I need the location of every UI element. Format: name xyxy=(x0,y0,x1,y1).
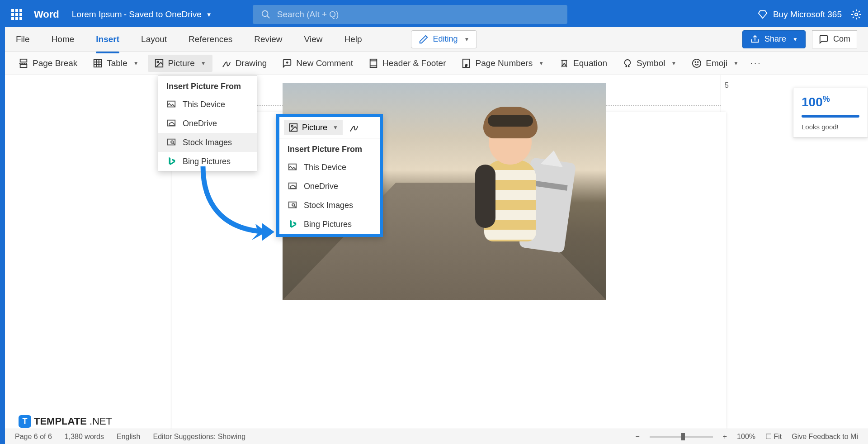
tab-file[interactable]: File xyxy=(16,32,30,47)
picture-icon xyxy=(154,58,164,68)
new-comment-button[interactable]: New Comment xyxy=(276,55,359,72)
dropdown-header: Insert Picture From xyxy=(158,76,257,95)
share-icon xyxy=(750,34,760,44)
status-editor-suggestions[interactable]: Editor Suggestions: Showing xyxy=(153,433,246,441)
tab-home[interactable]: Home xyxy=(52,32,75,47)
save-status: - Saved to OneDrive xyxy=(124,9,202,19)
chevron-down-icon: ▼ xyxy=(671,60,676,66)
document-title[interactable]: Lorem Ipsum - Saved to OneDrive ▼ xyxy=(72,9,212,19)
tab-row: File Home Insert Layout References Revie… xyxy=(5,27,868,52)
callout-picture-button[interactable]: Picture ▼ xyxy=(284,120,343,135)
equation-button[interactable]: Equation xyxy=(553,55,613,72)
gear-icon[interactable] xyxy=(851,9,862,20)
svg-point-22 xyxy=(698,61,698,62)
search-icon xyxy=(261,9,271,19)
svg-point-2 xyxy=(855,13,858,16)
picture-dropdown-callout: Picture ▼ Insert Picture From This Devic… xyxy=(276,114,383,237)
search-input[interactable]: Search (Alt + Q) xyxy=(253,5,567,24)
svg-point-12 xyxy=(157,61,159,63)
tab-view[interactable]: View xyxy=(304,32,323,47)
zoom-slider[interactable] xyxy=(650,436,713,438)
feedback-link[interactable]: Give Feedback to Mi xyxy=(792,433,858,441)
fit-button[interactable]: ☐ Fit xyxy=(765,432,782,441)
tab-help[interactable]: Help xyxy=(344,32,362,47)
svg-rect-3 xyxy=(20,59,27,61)
editing-mode-button[interactable]: Editing ▼ xyxy=(411,30,477,48)
app-name: Word xyxy=(34,9,59,20)
stock-images-icon xyxy=(166,137,176,147)
page-numbers-button[interactable]: # Page Numbers ▼ xyxy=(455,55,550,72)
editor-status-text: Looks good! xyxy=(802,123,859,131)
table-button[interactable]: Table ▼ xyxy=(86,55,145,72)
template-logo-icon: T xyxy=(19,415,31,428)
svg-rect-6 xyxy=(94,59,102,67)
chevron-down-icon: ▼ xyxy=(793,36,798,43)
editor-score-bar xyxy=(802,115,859,118)
comments-button[interactable]: Com xyxy=(812,30,857,48)
svg-point-21 xyxy=(695,61,696,62)
symbol-icon xyxy=(623,58,632,68)
svg-point-26 xyxy=(171,141,174,143)
status-word-count[interactable]: 1,380 words xyxy=(65,433,104,441)
svg-text:#: # xyxy=(466,63,468,67)
callout-arrow xyxy=(194,162,284,243)
status-page[interactable]: Page 6 of 6 xyxy=(15,433,52,441)
page-numbers-icon: # xyxy=(461,58,471,68)
tab-layout[interactable]: Layout xyxy=(141,32,167,47)
callout-menu-stock-images[interactable]: Stock Images xyxy=(279,196,380,215)
svg-rect-24 xyxy=(168,120,175,126)
editor-score: 100% xyxy=(802,94,859,109)
chevron-down-icon: ▼ xyxy=(333,124,338,131)
device-icon xyxy=(166,99,176,109)
menu-stock-images[interactable]: Stock Images xyxy=(158,133,257,152)
status-bar: Page 6 of 6 1,380 words English Editor S… xyxy=(5,429,868,444)
callout-menu-this-device[interactable]: This Device xyxy=(279,158,380,177)
chevron-down-icon: ▼ xyxy=(733,60,739,66)
page-break-button[interactable]: Page Break xyxy=(12,55,84,72)
drawing-icon[interactable] xyxy=(349,123,359,132)
zoom-out-button[interactable]: − xyxy=(635,433,639,441)
stock-images-icon xyxy=(288,200,297,210)
diamond-icon xyxy=(758,9,768,19)
menu-onedrive[interactable]: OneDrive xyxy=(158,114,257,133)
tab-insert[interactable]: Insert xyxy=(96,32,119,47)
svg-line-27 xyxy=(174,143,175,145)
titlebar: Word Lorem Ipsum - Saved to OneDrive ▼ S… xyxy=(5,2,868,27)
zoom-in-button[interactable]: + xyxy=(723,433,727,441)
ribbon-overflow-button[interactable]: ··· xyxy=(750,58,762,68)
svg-point-20 xyxy=(693,59,701,67)
emoji-button[interactable]: Emoji ▼ xyxy=(685,55,745,72)
chevron-down-icon: ▼ xyxy=(464,36,470,43)
chevron-down-icon: ▼ xyxy=(201,60,206,66)
buy-microsoft-365-button[interactable]: Buy Microsoft 365 xyxy=(758,9,842,19)
image-child xyxy=(457,101,566,273)
share-button[interactable]: Share ▼ xyxy=(742,30,806,48)
callout-menu-bing-pictures[interactable]: Bing Pictures xyxy=(279,215,380,234)
drawing-button[interactable]: Drawing xyxy=(215,55,274,72)
onedrive-icon xyxy=(288,181,297,191)
tab-review[interactable]: Review xyxy=(254,32,282,47)
ruler-mark: 5 xyxy=(725,81,729,104)
drawing-icon xyxy=(222,58,231,68)
device-icon xyxy=(288,162,297,172)
bing-icon xyxy=(288,219,297,229)
picture-button[interactable]: Picture ▼ xyxy=(148,55,212,72)
comment-icon xyxy=(819,34,829,44)
new-comment-icon xyxy=(282,58,292,68)
header-footer-button[interactable]: Header & Footer xyxy=(362,55,452,72)
picture-icon xyxy=(288,123,298,132)
status-language[interactable]: English xyxy=(117,433,140,441)
svg-line-34 xyxy=(295,206,296,208)
svg-rect-31 xyxy=(289,183,297,189)
insert-ribbon: Page Break Table ▼ Picture ▼ Drawing New… xyxy=(5,52,868,75)
tab-references[interactable]: References xyxy=(189,32,232,47)
svg-point-0 xyxy=(262,11,268,17)
zoom-level[interactable]: 100% xyxy=(737,433,755,441)
symbol-button[interactable]: Symbol ▼ xyxy=(616,55,683,72)
chevron-down-icon: ▼ xyxy=(206,11,212,18)
menu-this-device[interactable]: This Device xyxy=(158,95,257,114)
callout-menu-onedrive[interactable]: OneDrive xyxy=(279,177,380,196)
editor-score-panel[interactable]: 100% Looks good! xyxy=(793,88,868,137)
header-footer-icon xyxy=(368,58,378,68)
app-launcher-icon[interactable] xyxy=(11,9,22,20)
